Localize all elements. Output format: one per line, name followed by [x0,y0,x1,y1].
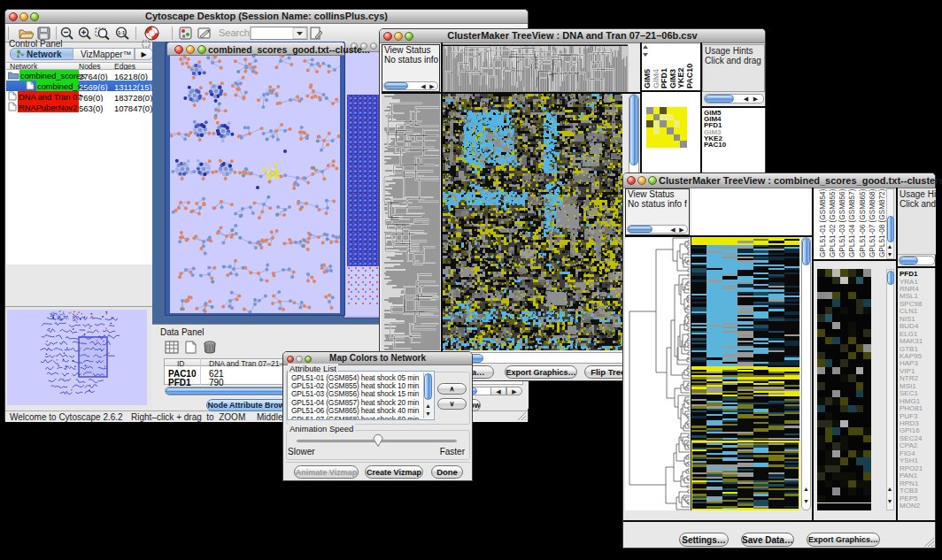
svg-text:Search:: Search: [219,27,252,38]
svg-text:1:1: 1:1 [118,30,125,35]
